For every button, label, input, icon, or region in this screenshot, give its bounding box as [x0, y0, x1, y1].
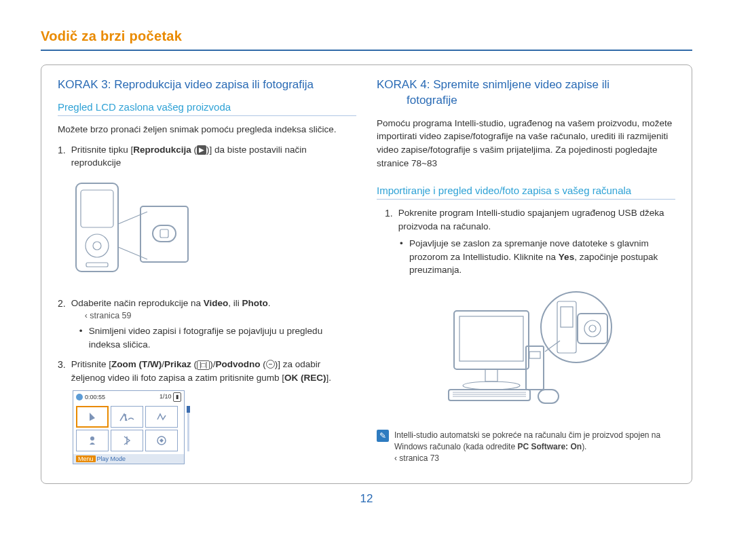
item3-pre: Pritisnite [	[71, 359, 111, 369]
lcd-preview: 0:00:55 1/10 ▮ MenuPlay Mode	[73, 390, 185, 464]
page-title: Vodič za brzi početak	[41, 29, 692, 44]
item3-b2: Prikaz	[164, 359, 191, 369]
svg-rect-23	[529, 352, 540, 358]
content-panel: KORAK 3: Reprodukcija video zapisa ili f…	[41, 64, 692, 484]
step3-item2: 2. Odaberite način reprodukcije na Video…	[58, 297, 356, 354]
step4-item1: 1. Pokrenite program Intelli-studio spaj…	[385, 206, 675, 233]
step4-subtitle: Importiranje i pregled video/foto zapisa…	[377, 185, 675, 200]
svg-marker-10	[163, 231, 167, 236]
item2-post: .	[268, 298, 271, 308]
thumb-3	[145, 406, 178, 428]
underwater-icon	[266, 360, 275, 369]
num-1: 1.	[58, 143, 66, 170]
device-figure	[73, 178, 356, 288]
svg-rect-21	[538, 390, 559, 403]
svg-point-29	[589, 325, 596, 332]
step3-intro: Možete brzo pronaći željen snimak pomoću…	[58, 123, 356, 136]
item2-b2: Photo	[242, 298, 268, 308]
svg-point-11	[90, 436, 94, 441]
note-post: ).	[582, 442, 586, 451]
thumb-2	[111, 406, 143, 428]
svg-rect-14	[459, 316, 523, 361]
thumb-6	[145, 430, 178, 451]
item1-pre: Pritisnite tipku [	[71, 145, 134, 155]
svg-rect-13	[454, 311, 529, 369]
svg-point-28	[584, 320, 601, 337]
lcd-top-bar: 0:00:55 1/10 ▮	[73, 391, 184, 403]
item2-ref: ‹ stranica 59	[85, 310, 356, 322]
item2-bullet: Snimljeni video zapisi i fotografije se …	[75, 324, 356, 351]
step4-title-l2: fotografije	[377, 93, 457, 109]
scroll-thumb	[187, 406, 190, 413]
menu-tag: Menu	[76, 455, 96, 462]
svg-point-2	[86, 234, 109, 257]
lcd-mode-label: Play Mode	[97, 455, 126, 462]
item3-mid1: (|□|)/	[191, 359, 216, 369]
play-icon: ▶	[197, 145, 206, 155]
svg-line-5	[118, 212, 147, 224]
thumb-5	[111, 430, 143, 451]
step3-subtitle: Pregled LCD zaslona vašeg proizvoda	[58, 101, 356, 116]
item1-bold: Reprodukcija	[133, 145, 191, 155]
rec-dot-icon	[76, 394, 83, 400]
svg-rect-17	[449, 390, 530, 400]
r-item1-text: Pokrenite program Intelli-studio spajanj…	[398, 206, 675, 233]
item3-end: ].	[326, 373, 332, 383]
note-b: PC Software: On	[517, 442, 582, 451]
step4-para: Pomoću programa Intelli-studio, ugrađeno…	[377, 117, 675, 170]
lcd-bottom-bar: MenuPlay Mode	[73, 454, 184, 464]
svg-rect-15	[485, 369, 497, 381]
scroll-track	[187, 406, 189, 451]
note-ref: ‹ stranica 73	[394, 453, 675, 464]
header-divider	[41, 50, 692, 51]
step4-bullet: Pojavljuje se zaslon za spremanje nove d…	[396, 237, 675, 277]
bullet-b: Yes	[559, 252, 574, 262]
item2-mid: , ili	[228, 298, 242, 308]
svg-rect-26	[561, 307, 573, 327]
step3-item1: 1. Pritisnite tipku [Reprodukcija (▶)] d…	[58, 143, 356, 170]
item2-pre: Odaberite način reprodukcije na	[71, 298, 204, 308]
thumb-4	[76, 430, 109, 451]
item3-b3: Podvodno	[216, 359, 261, 369]
right-column: KORAK 4: Spremite snimljene video zapise…	[377, 77, 675, 464]
thumb-1	[76, 406, 109, 428]
display-icon: |□|	[197, 360, 210, 370]
lcd-thumb-grid	[73, 403, 184, 454]
svg-rect-1	[81, 190, 113, 227]
lcd-count: 1/10	[159, 393, 172, 400]
r-num-1: 1.	[385, 206, 393, 233]
svg-rect-4	[86, 263, 108, 267]
num-2: 2.	[58, 297, 66, 354]
svg-rect-27	[578, 314, 607, 343]
svg-point-3	[93, 242, 101, 250]
svg-point-16	[463, 381, 520, 390]
note-row: ✎ Intelli-studio automatski se pokreće n…	[377, 430, 675, 464]
note-icon: ✎	[377, 430, 389, 442]
left-column: KORAK 3: Reprodukcija video zapisa ili f…	[58, 77, 356, 464]
step4-title-l1: KORAK 4: Spremite snimljene video zapise…	[377, 78, 609, 91]
item3-b4: OK (REC)	[284, 373, 326, 383]
battery-icon: ▮	[173, 392, 181, 402]
item2-b1: Video	[204, 298, 229, 308]
note-text: Intelli-studio automatski se pokreće na …	[394, 430, 675, 464]
step3-title: KORAK 3: Reprodukcija video zapisa ili f…	[58, 77, 356, 93]
num-3: 3.	[58, 358, 66, 384]
svg-line-6	[118, 247, 147, 259]
step4-title: KORAK 4: Spremite snimljene video zapise…	[377, 77, 675, 109]
lcd-time: 0:00:55	[85, 394, 105, 400]
item3-b1: Zoom (T/W)	[111, 359, 162, 369]
step3-item3: 3. Pritisnite [Zoom (T/W)/Prikaz (|□|)/P…	[58, 358, 356, 384]
page-number: 12	[41, 492, 692, 506]
computer-figure	[377, 286, 675, 417]
